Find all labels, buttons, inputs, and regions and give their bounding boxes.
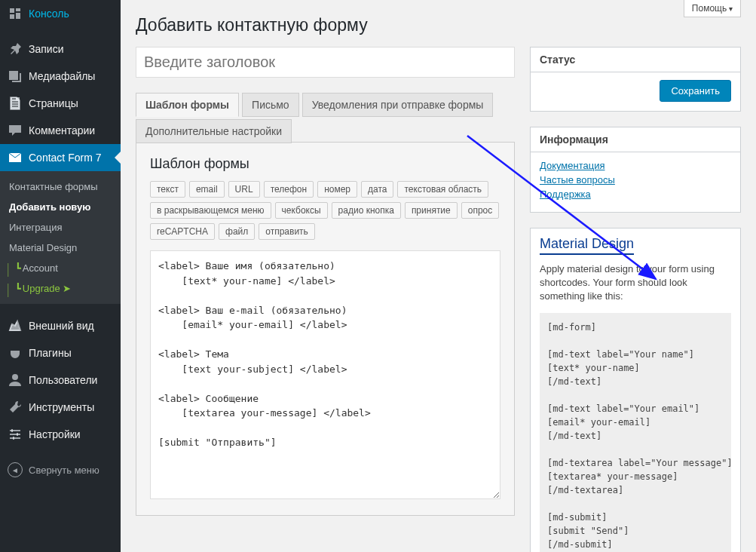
dashboard-icon: [8, 6, 23, 21]
help-tab[interactable]: Помощь: [684, 0, 741, 17]
tab-mail[interactable]: Письмо: [242, 93, 299, 117]
submenu-material-design[interactable]: Material Design: [0, 238, 121, 258]
sidebar-item-posts[interactable]: Записи: [0, 35, 121, 63]
page-icon: [8, 96, 23, 111]
tab-messages[interactable]: Уведомления при отправке формы: [302, 93, 494, 117]
settings-icon: [8, 427, 23, 442]
tag-quiz[interactable]: опрос: [461, 202, 500, 219]
tag-acceptance[interactable]: принятие: [405, 202, 458, 219]
submenu-add-new[interactable]: Добавить новую: [0, 197, 121, 217]
info-metabox: Информация Документация Частые вопросы П…: [530, 127, 741, 213]
status-title: Статус: [531, 48, 740, 72]
tab-additional-settings[interactable]: Дополнительные настройки: [136, 119, 292, 143]
tag-submit[interactable]: отправить: [259, 223, 315, 240]
plugin-icon: [8, 345, 23, 360]
submenu-account[interactable]: ┗Account: [0, 258, 121, 278]
sidebar-item-settings[interactable]: Настройки: [0, 421, 121, 448]
sidebar-item-plugins[interactable]: Плагины: [0, 339, 121, 366]
user-icon: [8, 373, 23, 388]
sidebar-item-media[interactable]: Медиафайлы: [0, 63, 121, 90]
form-content-textarea[interactable]: [150, 250, 500, 499]
sidebar-item-contact-form-7[interactable]: Contact Form 7: [0, 144, 121, 171]
sidebar-item-comments[interactable]: Комментарии: [0, 117, 121, 144]
tag-text[interactable]: текст: [150, 181, 185, 198]
tag-file[interactable]: файл: [219, 223, 255, 240]
form-template-heading: Шаблон формы: [150, 156, 500, 172]
tag-radio[interactable]: радио кнопка: [332, 202, 401, 219]
appearance-icon: [8, 318, 23, 333]
link-faq[interactable]: Частые вопросы: [540, 174, 731, 186]
link-documentation[interactable]: Документация: [540, 160, 731, 171]
tag-recaptcha[interactable]: reCAPTCHA: [150, 223, 215, 240]
info-title: Информация: [531, 127, 740, 152]
submenu-contact-forms[interactable]: Контактные формы: [0, 176, 121, 197]
form-template-panel: Шаблон формы текст email URL телефон ном…: [136, 142, 515, 516]
tag-date[interactable]: дата: [361, 181, 393, 198]
tag-checkbox[interactable]: чекбоксы: [275, 202, 328, 219]
md-title: Material Design: [540, 236, 634, 255]
status-metabox: Статус Сохранить: [530, 47, 741, 112]
comment-icon: [8, 123, 23, 138]
link-support[interactable]: Поддержка: [540, 189, 731, 200]
tag-tel[interactable]: телефон: [264, 181, 314, 198]
pin-icon: [8, 41, 23, 57]
submenu-integration[interactable]: Интеграция: [0, 217, 121, 238]
sidebar-item-appearance[interactable]: Внешний вид: [0, 312, 121, 339]
media-icon: [8, 69, 23, 84]
page-title: Добавить контактную форму: [136, 15, 741, 35]
tag-email[interactable]: email: [189, 181, 225, 198]
tag-url[interactable]: URL: [228, 181, 260, 198]
tag-number[interactable]: номер: [317, 181, 357, 198]
form-title-input[interactable]: [136, 47, 515, 78]
tag-select[interactable]: в раскрывающемся меню: [150, 202, 271, 219]
tag-buttons-row2: в раскрывающемся меню чекбоксы радио кно…: [150, 202, 500, 219]
tag-textarea[interactable]: текстовая область: [397, 181, 488, 198]
panel-tabs-row2: Дополнительные настройки: [136, 119, 515, 143]
collapse-icon: ◄: [8, 462, 23, 477]
sidebar-collapse[interactable]: ◄Свернуть меню: [0, 456, 121, 483]
sidebar-item-users[interactable]: Пользователи: [0, 366, 121, 394]
md-code-sample: [md-form] [md-text label="Your name"] [t…: [540, 313, 731, 552]
tag-buttons-row3: reCAPTCHA файл отправить: [150, 223, 500, 240]
material-design-metabox: Material Design Apply material design to…: [530, 228, 741, 552]
tools-icon: [8, 400, 23, 415]
sidebar-item-dashboard[interactable]: Консоль: [0, 0, 121, 27]
tag-buttons-row1: текст email URL телефон номер дата текст…: [150, 181, 500, 198]
tab-form-template[interactable]: Шаблон формы: [136, 93, 239, 117]
save-button[interactable]: Сохранить: [660, 80, 731, 102]
sidebar-item-tools[interactable]: Инструменты: [0, 394, 121, 421]
sidebar-item-pages[interactable]: Страницы: [0, 90, 121, 117]
submenu-upgrade[interactable]: ┗Upgrade ➤: [0, 278, 121, 299]
panel-tabs: Шаблон формы Письмо Уведомления при отпр…: [136, 93, 515, 116]
sidebar-submenu: Контактные формы Добавить новую Интеграц…: [0, 171, 121, 304]
md-description: Apply material design to your form using…: [540, 262, 731, 304]
mail-icon: [8, 150, 23, 165]
